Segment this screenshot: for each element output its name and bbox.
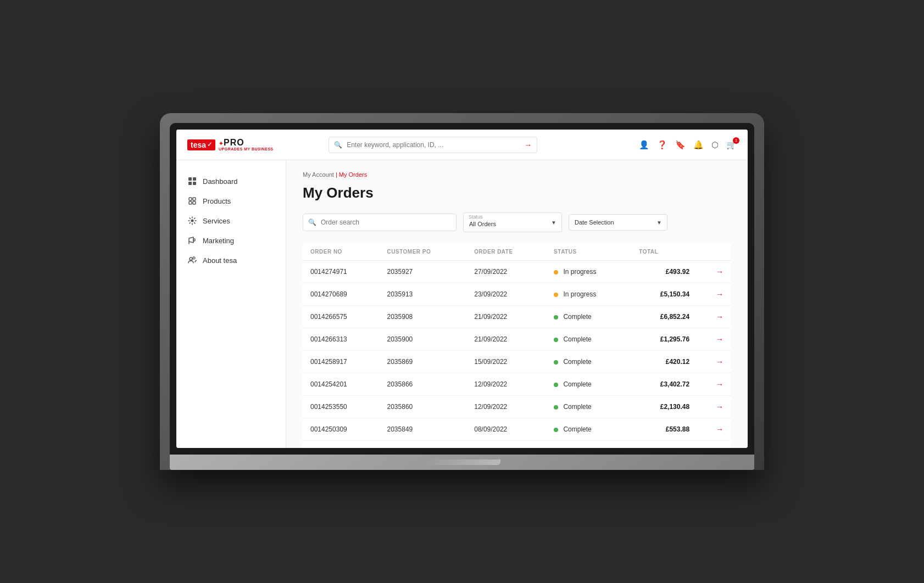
sidebar: Dashboard Products (176, 160, 286, 448)
status-dot (554, 405, 558, 410)
row-arrow-icon[interactable]: → (716, 402, 723, 411)
search-bar: 🔍 → (329, 137, 537, 153)
search-input[interactable] (329, 137, 537, 153)
cell-order-date: 21/09/2022 (466, 306, 546, 328)
pro-star-icon: ✦ (219, 141, 223, 147)
table-row[interactable]: 0014266575 2035908 21/09/2022 Complete £… (303, 306, 731, 328)
svg-point-13 (193, 257, 195, 259)
bell-icon[interactable]: 🔔 (693, 140, 704, 150)
row-arrow-icon[interactable]: → (716, 425, 723, 434)
body-layout: Dashboard Products (176, 160, 748, 448)
svg-rect-2 (188, 182, 192, 185)
date-select[interactable]: Date Selection (569, 214, 667, 231)
cell-total: £3,402.72 (631, 373, 697, 396)
sidebar-item-products[interactable]: Products (176, 191, 286, 211)
cell-order-no: 0014270689 (303, 283, 380, 306)
cell-status: Complete (546, 418, 631, 441)
cell-total: £420.12 (631, 351, 697, 373)
search-submit-arrow[interactable]: → (524, 141, 532, 149)
sidebar-item-dashboard-label: Dashboard (203, 177, 238, 186)
status-text: In progress (563, 268, 596, 276)
cell-arrow[interactable]: → (697, 441, 731, 449)
cell-order-no: 0014266575 (303, 306, 380, 328)
user-icon[interactable]: 👤 (639, 140, 649, 150)
cell-order-no: 0014266313 (303, 328, 380, 351)
cell-arrow[interactable]: → (697, 396, 731, 418)
cell-arrow[interactable]: → (697, 328, 731, 351)
sidebar-item-marketing-label: Marketing (203, 237, 234, 245)
table-row[interactable]: 0014274971 2035927 27/09/2022 In progres… (303, 261, 731, 283)
cell-customer-po: 2035900 (380, 328, 467, 351)
row-arrow-icon[interactable]: → (716, 447, 723, 448)
svg-rect-7 (193, 201, 196, 204)
cell-arrow[interactable]: → (697, 373, 731, 396)
status-dot (554, 360, 558, 365)
cell-status: In progress (546, 261, 631, 283)
table-row[interactable]: 0014270689 2035913 23/09/2022 In progres… (303, 283, 731, 306)
svg-rect-1 (193, 177, 196, 181)
cell-arrow[interactable]: → (697, 283, 731, 306)
svg-rect-10 (193, 239, 195, 241)
cell-status: Complete (546, 396, 631, 418)
svg-rect-3 (193, 182, 196, 185)
cell-arrow[interactable]: → (697, 306, 731, 328)
row-arrow-icon[interactable]: → (716, 335, 723, 344)
marketing-icon (187, 236, 197, 245)
help-icon[interactable]: ❓ (657, 140, 667, 150)
cell-customer-po: 2035839 (380, 441, 467, 449)
status-text: Complete (563, 313, 591, 321)
row-arrow-icon[interactable]: → (716, 267, 723, 276)
cell-customer-po: 2035927 (380, 261, 467, 283)
table-row[interactable]: 0014258917 2035869 15/09/2022 Complete £… (303, 351, 731, 373)
order-search-input[interactable] (303, 214, 457, 231)
cell-total: £493.92 (631, 261, 697, 283)
row-arrow-icon[interactable]: → (716, 290, 723, 299)
row-arrow-icon[interactable]: → (716, 357, 723, 366)
cell-arrow[interactable]: → (697, 261, 731, 283)
col-customer-po: CUSTOMER PO (380, 243, 467, 261)
status-dot (554, 293, 558, 297)
bookmark-icon[interactable]: 🔖 (675, 140, 686, 150)
table-row[interactable]: 0014266313 2035900 21/09/2022 Complete £… (303, 328, 731, 351)
status-dot (554, 383, 558, 387)
filters-row: 🔍 Status All Orders In progress Complete (303, 212, 731, 232)
cart-icon[interactable]: 🛒 (726, 140, 737, 150)
col-status: STATUS (546, 243, 631, 261)
header: tesa ✓ ✦ PRO UPGRADES MY BUSINESS 🔍 (176, 130, 748, 160)
cell-order-date: 23/09/2022 (466, 283, 546, 306)
date-filter: Date Selection ▼ (569, 214, 667, 231)
row-arrow-icon[interactable]: → (716, 380, 723, 389)
status-select[interactable]: All Orders In progress Complete (463, 212, 562, 232)
table-row[interactable]: 0014253550 2035860 12/09/2022 Complete £… (303, 396, 731, 418)
col-action (697, 243, 731, 261)
cell-total: £2,130.48 (631, 396, 697, 418)
cell-order-date: 12/09/2022 (466, 396, 546, 418)
sidebar-item-services-label: Services (203, 217, 230, 225)
cell-order-no: 0014250309 (303, 418, 380, 441)
sidebar-item-dashboard[interactable]: Dashboard (176, 171, 286, 191)
services-icon (187, 216, 197, 225)
sidebar-item-products-label: Products (203, 197, 231, 205)
sidebar-item-about[interactable]: About tesa (176, 250, 286, 270)
tesa-check: ✓ (207, 141, 212, 148)
breadcrumb-parent[interactable]: My Account (303, 171, 334, 178)
table-row[interactable]: 0014254201 2035866 12/09/2022 Complete £… (303, 373, 731, 396)
row-arrow-icon[interactable]: → (716, 312, 723, 321)
status-dot (554, 428, 558, 432)
sidebar-item-marketing[interactable]: Marketing (176, 231, 286, 250)
table-row[interactable]: 0014246022 2035839 05/09/2022 Complete £… (303, 441, 731, 449)
cube-icon[interactable]: ⬡ (711, 140, 719, 150)
status-text: Complete (563, 380, 591, 388)
tesa-logo: tesa ✓ (187, 139, 215, 150)
cell-status: Complete (546, 328, 631, 351)
table-row[interactable]: 0014250309 2035849 08/09/2022 Complete £… (303, 418, 731, 441)
cell-arrow[interactable]: → (697, 418, 731, 441)
status-text: Complete (563, 358, 591, 366)
cell-order-date: 12/09/2022 (466, 373, 546, 396)
pro-text: PRO (224, 138, 244, 147)
cell-order-no: 0014274971 (303, 261, 380, 283)
sidebar-item-services[interactable]: Services (176, 211, 286, 231)
cell-arrow[interactable]: → (697, 351, 731, 373)
cell-order-no: 0014246022 (303, 441, 380, 449)
trackpad (424, 459, 500, 465)
